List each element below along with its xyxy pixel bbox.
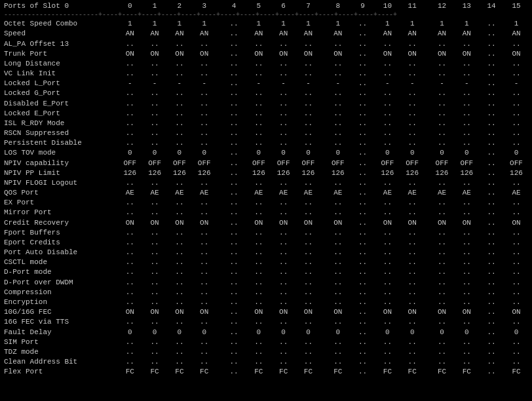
cell-value: ..: [168, 347, 193, 357]
cell-value: ..: [118, 39, 143, 49]
cell-value: ..: [118, 347, 143, 357]
cell-value: ..: [272, 178, 297, 188]
cell-value: ..: [143, 248, 168, 258]
cell-value: 1: [297, 19, 322, 29]
cell-value: ..: [168, 88, 193, 98]
col-spacer: [321, 367, 326, 377]
cell-value: ..: [272, 267, 297, 277]
cell-value: ..: [222, 188, 247, 198]
cell-value: ..: [272, 119, 297, 128]
cell-value: OFF: [455, 159, 480, 168]
cell-value: ..: [168, 288, 193, 297]
cell-value: -: [118, 79, 143, 88]
cell-value: ..: [143, 347, 168, 357]
col-spacer: [321, 248, 326, 258]
cell-value: ..: [375, 228, 400, 238]
cell-value: ..: [193, 88, 218, 98]
cell-value: ..: [455, 128, 480, 138]
cell-value: ..: [247, 288, 272, 297]
cell-value: ..: [480, 188, 504, 198]
cell-value: ..: [480, 258, 504, 267]
cell-value: ON: [143, 49, 168, 59]
cell-value: ..: [455, 248, 480, 258]
cell-value: ..: [272, 248, 297, 258]
cell-value: FC: [297, 367, 322, 377]
cell-value: ..: [375, 317, 400, 327]
cell-value: ..: [297, 238, 322, 248]
cell-value: ON: [455, 49, 480, 59]
cell-value: ..: [375, 109, 400, 119]
cell-value: ..: [297, 208, 322, 218]
cell-value: ..: [193, 347, 218, 357]
row-label: D-Port mode: [3, 267, 118, 277]
table-row: Octet Speed Combo1111..1111..1111..1: [3, 19, 529, 29]
cell-value: 1: [455, 19, 480, 29]
table-row: AL_PA Offset 13.........................…: [3, 39, 529, 49]
col-spacer: [321, 317, 326, 327]
cell-value: ..: [118, 238, 143, 248]
col-spacer: [218, 307, 223, 317]
cell-value: 126: [272, 168, 297, 178]
table-row: Port Auto Disable.......................…: [3, 248, 529, 258]
cell-value: ..: [375, 198, 400, 208]
row-label: EX Port: [3, 198, 118, 208]
cell-value: AN: [504, 29, 529, 39]
cell-value: 126: [143, 168, 168, 178]
table-row: Locked E_Port...........................…: [3, 109, 529, 119]
cell-value: ..: [375, 99, 400, 109]
col-spacer: [425, 128, 430, 138]
col-spacer: [321, 278, 326, 288]
row-label: Mirror Port: [3, 208, 118, 218]
cell-value: OFF: [247, 159, 272, 168]
cell-value: ..: [504, 59, 529, 69]
col-spacer: [425, 88, 430, 98]
cell-value: ..: [272, 228, 297, 238]
cell-value: 0: [326, 148, 351, 158]
cell-value: ..: [351, 328, 376, 337]
cell-value: FC: [143, 367, 168, 377]
cell-value: ..: [143, 128, 168, 138]
cell-value: ..: [143, 109, 168, 119]
cell-value: ..: [375, 347, 400, 357]
col-spacer: [425, 267, 430, 277]
cell-value: ..: [504, 337, 529, 347]
col-spacer: [425, 208, 430, 218]
row-label: 16G FEC via TTS: [3, 317, 118, 327]
table-row: Locked G_Port...........................…: [3, 88, 529, 98]
table-row: LOS TOV mode0000..0000..0000..0: [3, 148, 529, 158]
col-spacer: [425, 258, 430, 267]
cell-value: ..: [297, 297, 322, 307]
col-spacer: [425, 119, 430, 128]
cell-value: ON: [247, 218, 272, 228]
col-spacer: [425, 228, 430, 238]
col-spacer: [425, 337, 430, 347]
cell-value: -: [400, 79, 425, 88]
cell-value: ..: [351, 288, 376, 297]
cell-value: ..: [247, 357, 272, 367]
row-label: D-Port over DWDM: [3, 278, 118, 288]
cell-value: AN: [400, 29, 425, 39]
header-col-0: 0: [118, 1, 143, 11]
cell-value: ..: [400, 138, 425, 148]
cell-value: ..: [193, 39, 218, 49]
cell-value: ..: [326, 59, 351, 69]
cell-value: ..: [375, 208, 400, 218]
row-label: Port Auto Disable: [3, 248, 118, 258]
cell-value: ..: [326, 267, 351, 277]
col-spacer: [425, 168, 430, 178]
cell-value: ..: [168, 228, 193, 238]
cell-value: OFF: [375, 159, 400, 168]
cell-value: OFF: [168, 159, 193, 168]
cell-value: ..: [222, 238, 247, 248]
cell-value: ..: [168, 39, 193, 49]
cell-value: ..: [193, 238, 218, 248]
cell-value: ..: [143, 288, 168, 297]
cell-value: ..: [272, 208, 297, 218]
cell-value: ..: [430, 228, 455, 238]
header-col-10: 10: [375, 1, 400, 11]
cell-value: ON: [430, 218, 455, 228]
cell-value: ..: [480, 238, 504, 248]
table-row: D-Port over DWDM........................…: [3, 278, 529, 288]
cell-value: ON: [193, 49, 218, 59]
cell-value: ..: [351, 128, 376, 138]
